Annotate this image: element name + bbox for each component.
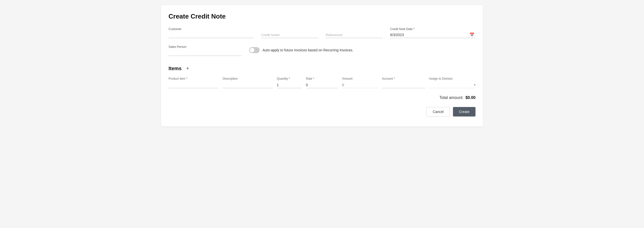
account-column: Account * [382,77,425,88]
description-column-header: Description [223,77,273,80]
description-column: Description [223,77,273,88]
division-wrapper: ▾ [429,82,475,88]
reference-field [326,31,383,38]
sales-person-label: Sales Person [169,45,242,49]
rate-column-header: Rate * [306,77,338,80]
add-item-button[interactable]: + [184,65,191,72]
create-credit-note-form: Create Credit Note Customer Credit Note … [161,5,483,127]
page-title: Create Credit Note [169,13,475,20]
items-header: Items + [169,65,475,72]
credit-note-input[interactable] [261,32,318,38]
amount-column: Amount [342,77,378,88]
actions-row: Cancel Create [169,107,475,117]
date-label: Credit Note Date * [390,27,475,31]
create-button[interactable]: Create [453,107,475,117]
rate-column: Rate * [306,77,338,88]
amount-input [342,82,378,88]
auto-apply-label: Auto-apply to future Invoices based on R… [263,48,354,52]
product-item-input[interactable] [169,82,219,88]
cancel-button[interactable]: Cancel [426,107,450,117]
customer-label: Customer [169,27,254,31]
total-label: Total amount: [439,95,463,100]
division-input[interactable] [429,83,474,87]
product-column: Product item * [169,77,219,88]
date-wrapper: 📅 [390,32,475,38]
date-field: Credit Note Date * 📅 [390,27,475,38]
first-form-row: Customer Credit Note Date * 📅 [169,27,475,38]
quantity-column: Quantity * [277,77,302,88]
total-amount: $0.00 [465,95,475,100]
customer-field: Customer [169,27,254,38]
product-column-header: Product item * [169,77,219,80]
customer-input[interactable] [169,32,254,38]
division-column: Assign to Division ▾ [429,77,475,88]
description-input[interactable] [223,82,273,88]
chevron-down-icon[interactable]: ▾ [474,83,475,87]
date-input[interactable] [390,32,475,38]
account-input[interactable] [382,82,425,88]
amount-column-header: Amount [342,77,378,80]
account-column-header: Account * [382,77,425,80]
reference-input[interactable] [326,32,383,38]
auto-apply-toggle-section: Auto-apply to future Invoices based on R… [249,47,395,54]
sales-person-field: Sales Person [169,45,242,56]
quantity-input[interactable] [277,82,302,88]
quantity-column-header: Quantity * [277,77,302,80]
second-form-row: Sales Person Auto-apply to future Invoic… [169,45,475,56]
sales-person-input[interactable] [169,50,242,56]
division-column-header: Assign to Division [429,77,475,80]
rate-input[interactable] [306,82,338,88]
items-columns: Product item * Description Quantity * Ra… [169,77,475,88]
total-row: Total amount: $0.00 [169,95,475,100]
credit-note-field [261,31,318,38]
items-title: Items [169,66,182,71]
items-section: Items + Product item * Description Quant… [169,65,475,88]
calendar-icon[interactable]: 📅 [469,32,474,37]
auto-apply-toggle[interactable] [249,47,260,53]
